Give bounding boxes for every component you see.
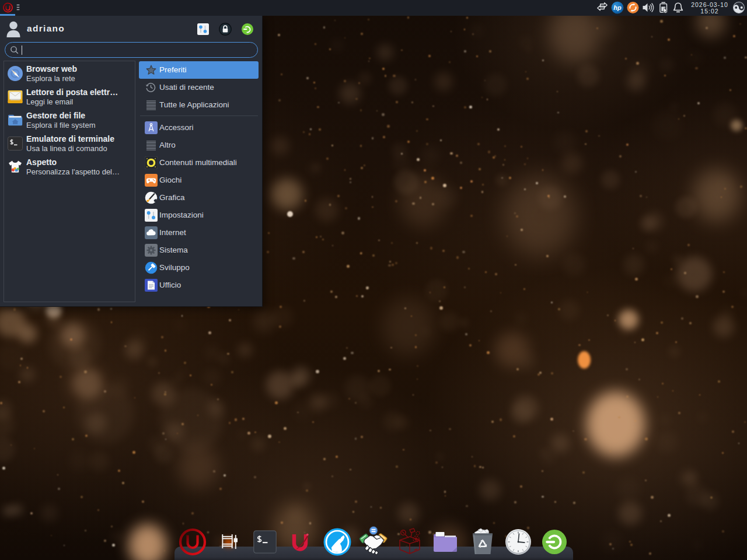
svg-text:hp: hp [613, 4, 622, 11]
